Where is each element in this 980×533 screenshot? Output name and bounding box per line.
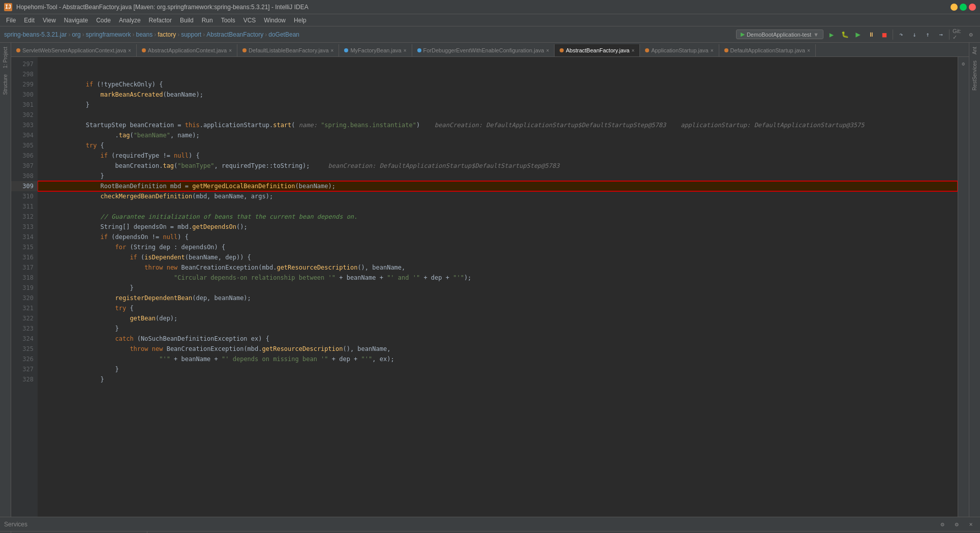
code-line-313: String[] dependsOn = mbd.getDependsOn();: [38, 222, 958, 232]
kw-if: if: [86, 79, 93, 90]
step-out-button[interactable]: ↑: [923, 29, 933, 40]
left-panel-tabs: 1: Project Structure: [0, 43, 11, 517]
bookmark-icon[interactable]: ⚙: [959, 59, 968, 68]
line-312: 312: [11, 212, 38, 222]
step-into-button[interactable]: ↓: [909, 29, 920, 40]
breadcrumb-jar[interactable]: spring-beans-5.3.21.jar: [4, 31, 67, 38]
breadcrumb-org[interactable]: org: [72, 31, 80, 38]
menu-analyze[interactable]: Analyze: [115, 16, 145, 25]
breadcrumb-support[interactable]: support: [181, 31, 201, 38]
line-308: 308: [11, 171, 38, 181]
breadcrumb-springframework[interactable]: springframework: [86, 31, 131, 38]
line-323: 323: [11, 323, 38, 334]
line-325: 325: [11, 344, 38, 354]
menu-view[interactable]: View: [39, 16, 60, 25]
menu-build[interactable]: Build: [176, 16, 198, 25]
tab-close-defaultapplicationstartup[interactable]: ×: [807, 48, 810, 53]
resume-button[interactable]: ▶: [853, 29, 863, 40]
tab-icon-applicationstartup: [645, 48, 649, 52]
menu-navigate[interactable]: Navigate: [60, 16, 92, 25]
close-button[interactable]: [969, 4, 976, 11]
code-line-321: try {: [38, 303, 958, 313]
bottom-gear-btn[interactable]: ⚙: [952, 519, 962, 529]
run-button[interactable]: ▶: [826, 29, 837, 40]
tab-fordebugger[interactable]: ForDebuggerEventWithEnableConfiguration.…: [412, 44, 555, 56]
tab-close-servlet[interactable]: ×: [128, 48, 131, 53]
code-line-316: if (isDependent(beanName, dep)) {: [38, 252, 958, 262]
bottom-panel-tabs: Services ⚙ ⚙ ×: [0, 517, 980, 531]
menu-code[interactable]: Code: [92, 16, 115, 25]
breadcrumb-method[interactable]: doGetBean: [268, 31, 299, 38]
sidebar-spacer: [963, 69, 964, 70]
line-300: 300: [11, 90, 38, 100]
window-controls[interactable]: [951, 4, 976, 11]
editor-section: ServletWebServerApplicationContext.java …: [11, 43, 969, 517]
bottom-settings-btn[interactable]: ⚙: [937, 519, 947, 529]
tab-close-abstractbeanfactory[interactable]: ×: [631, 48, 634, 53]
line-324: 324: [11, 334, 38, 344]
debug-button[interactable]: 🐛: [840, 29, 850, 40]
tab-close-myfactorybean[interactable]: ×: [404, 48, 407, 53]
minimize-button[interactable]: [951, 4, 958, 11]
run-config-name: DemoBootApplication-test: [747, 32, 811, 38]
code-line-328: }: [38, 374, 958, 384]
tab-defaultapplicationstartup[interactable]: DefaultApplicationStartup.java ×: [719, 44, 816, 56]
breadcrumb-class[interactable]: AbstractBeanFactory: [206, 31, 263, 38]
menu-help[interactable]: Help: [290, 16, 311, 25]
right-sidebar: ⚙: [958, 57, 969, 517]
tab-label-myfactorybean: MyFactoryBean.java: [350, 47, 401, 53]
code-line-324: catch (NoSuchBeanDefinitionException ex)…: [38, 334, 958, 344]
pause-button[interactable]: ⏸: [866, 29, 876, 40]
maximize-button[interactable]: [960, 4, 967, 11]
line-313: 313: [11, 222, 38, 232]
editor-area: 297 298 299 300 301 302 303 304 305 306 …: [11, 57, 969, 517]
ant-tab[interactable]: Ant: [971, 45, 978, 56]
breadcrumb: spring-beans-5.3.21.jar › org › springfr…: [4, 31, 299, 38]
code-line-301: }: [38, 100, 958, 110]
tab-abstractbeanfactory[interactable]: AbstractBeanFactory.java ×: [555, 44, 640, 56]
tab-myfactorybean[interactable]: MyFactoryBean.java ×: [339, 44, 412, 56]
line-321: 321: [11, 303, 38, 313]
toolbar-separator: [893, 29, 893, 40]
code-line-325: throw new BeanCreationException(mbd.getR…: [38, 344, 958, 354]
menu-tools[interactable]: Tools: [217, 16, 239, 25]
tab-abstract-app[interactable]: AbstractApplicationContext.java ×: [137, 44, 237, 56]
menu-edit[interactable]: Edit: [20, 16, 39, 25]
tab-close-fordebugger[interactable]: ×: [546, 48, 549, 53]
breadcrumb-beans[interactable]: beans: [136, 31, 152, 38]
menu-window[interactable]: Window: [260, 16, 290, 25]
menu-refactor[interactable]: Refactor: [145, 16, 176, 25]
line-320: 320: [11, 293, 38, 303]
structure-tab[interactable]: Structure: [2, 72, 9, 97]
tab-icon-abstract-app: [142, 48, 146, 52]
settings-button[interactable]: ⚙: [966, 29, 976, 40]
run-to-cursor-button[interactable]: →: [936, 29, 946, 40]
tab-applicationstartup[interactable]: ApplicationStartup.java ×: [640, 44, 719, 56]
menu-vcs[interactable]: VCS: [239, 16, 260, 25]
tab-servlet[interactable]: ServletWebServerApplicationContext.java …: [11, 44, 137, 56]
code-line-317: throw new BeanCreationException(mbd.getR…: [38, 262, 958, 273]
stop-button[interactable]: ■: [879, 29, 890, 40]
tab-close-applicationstartup[interactable]: ×: [711, 48, 714, 53]
rest-services-tab[interactable]: RestServices: [971, 58, 978, 93]
tab-default-listable[interactable]: DefaultListableBeanFactory.java ×: [237, 44, 339, 56]
line-298: 298: [11, 69, 38, 79]
project-tab[interactable]: 1: Project: [2, 45, 9, 70]
run-config-selector[interactable]: ▶ DemoBootApplication-test ▼: [736, 29, 823, 39]
git-status[interactable]: Git: ✓: [953, 29, 963, 40]
line-311: 311: [11, 201, 38, 212]
line-322: 322: [11, 313, 38, 323]
code-line-304: .tag("beanName", name);: [38, 130, 958, 140]
tab-icon-defaultapplicationstartup: [724, 48, 728, 52]
tab-close-default-listable[interactable]: ×: [331, 48, 334, 53]
line-304: 304: [11, 130, 38, 140]
bottom-close-btn[interactable]: ×: [966, 519, 976, 529]
window-title: Hopehomi-Tool - AbstractBeanFactory.java…: [16, 4, 309, 11]
menu-run[interactable]: Run: [198, 16, 217, 25]
code-line-306: if (requiredType != null) {: [38, 151, 958, 161]
breadcrumb-factory[interactable]: factory: [158, 31, 176, 38]
menu-file[interactable]: File: [2, 16, 20, 25]
tab-close-abstract-app[interactable]: ×: [229, 48, 232, 53]
step-over-button[interactable]: ↷: [896, 29, 906, 40]
code-content[interactable]: if (!typeCheckOnly) { markBeanAsCreated(…: [38, 57, 958, 517]
